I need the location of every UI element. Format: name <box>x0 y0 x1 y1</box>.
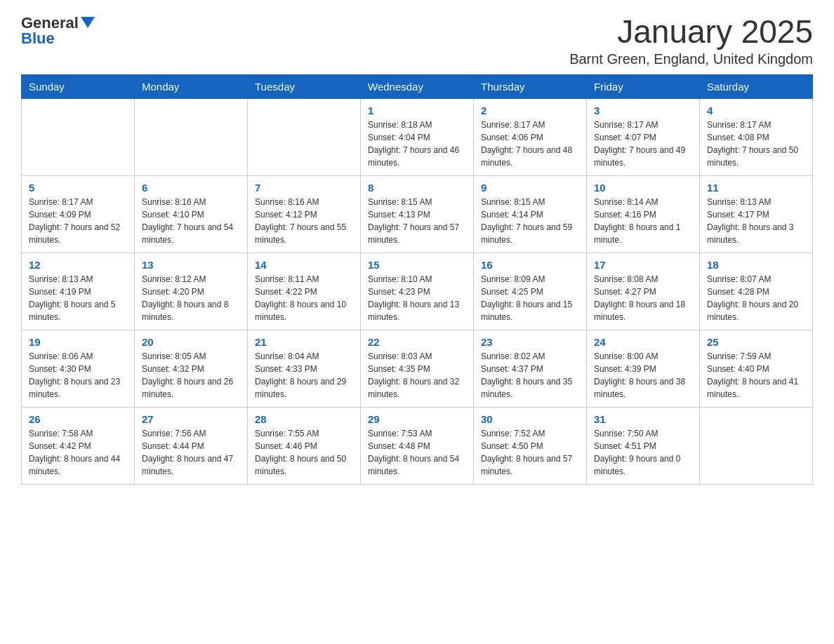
day-info: Sunrise: 8:15 AM Sunset: 4:13 PM Dayligh… <box>368 196 466 246</box>
calendar-cell: 27Sunrise: 7:56 AM Sunset: 4:44 PM Dayli… <box>135 407 248 484</box>
calendar-cell: 23Sunrise: 8:02 AM Sunset: 4:37 PM Dayli… <box>474 330 587 407</box>
calendar-cell: 28Sunrise: 7:55 AM Sunset: 4:46 PM Dayli… <box>248 407 361 484</box>
day-number: 26 <box>29 413 127 425</box>
day-info: Sunrise: 8:17 AM Sunset: 4:07 PM Dayligh… <box>594 119 692 169</box>
day-number: 30 <box>481 413 579 425</box>
day-number: 8 <box>368 182 466 194</box>
day-info: Sunrise: 8:10 AM Sunset: 4:23 PM Dayligh… <box>368 273 466 323</box>
day-number: 7 <box>255 182 353 194</box>
calendar-cell: 19Sunrise: 8:06 AM Sunset: 4:30 PM Dayli… <box>22 330 135 407</box>
col-thursday: Thursday <box>474 74 587 98</box>
day-number: 3 <box>594 105 692 116</box>
day-info: Sunrise: 8:03 AM Sunset: 4:35 PM Dayligh… <box>368 350 466 401</box>
day-number: 18 <box>707 259 805 271</box>
calendar-cell <box>700 407 813 484</box>
calendar-cell: 6Sunrise: 8:16 AM Sunset: 4:10 PM Daylig… <box>135 175 248 253</box>
calendar-cell: 21Sunrise: 8:04 AM Sunset: 4:33 PM Dayli… <box>248 330 361 407</box>
day-number: 10 <box>594 182 692 194</box>
calendar-cell: 16Sunrise: 8:09 AM Sunset: 4:25 PM Dayli… <box>474 253 587 330</box>
day-info: Sunrise: 8:17 AM Sunset: 4:08 PM Dayligh… <box>707 119 805 169</box>
calendar-cell: 30Sunrise: 7:52 AM Sunset: 4:50 PM Dayli… <box>474 407 587 484</box>
page-header: General Blue January 2025 Barnt Green, E… <box>21 14 813 67</box>
calendar-cell: 2Sunrise: 8:17 AM Sunset: 4:06 PM Daylig… <box>474 98 587 175</box>
col-monday: Monday <box>135 74 248 98</box>
calendar-cell: 22Sunrise: 8:03 AM Sunset: 4:35 PM Dayli… <box>361 330 474 407</box>
svg-marker-0 <box>81 17 95 28</box>
calendar-week-row: 1Sunrise: 8:18 AM Sunset: 4:04 PM Daylig… <box>22 98 813 175</box>
day-info: Sunrise: 8:14 AM Sunset: 4:16 PM Dayligh… <box>594 196 692 246</box>
calendar-cell: 12Sunrise: 8:13 AM Sunset: 4:19 PM Dayli… <box>22 253 135 330</box>
calendar-cell: 24Sunrise: 8:00 AM Sunset: 4:39 PM Dayli… <box>587 330 700 407</box>
day-info: Sunrise: 8:17 AM Sunset: 4:06 PM Dayligh… <box>481 119 579 169</box>
calendar-cell: 1Sunrise: 8:18 AM Sunset: 4:04 PM Daylig… <box>361 98 474 175</box>
calendar-cell: 9Sunrise: 8:15 AM Sunset: 4:14 PM Daylig… <box>474 175 587 253</box>
calendar-cell <box>248 98 361 175</box>
title-area: January 2025 Barnt Green, England, Unite… <box>569 14 813 67</box>
calendar-cell: 18Sunrise: 8:07 AM Sunset: 4:28 PM Dayli… <box>700 253 813 330</box>
day-number: 11 <box>707 182 805 194</box>
logo: General Blue <box>21 14 95 48</box>
col-tuesday: Tuesday <box>248 74 361 98</box>
day-info: Sunrise: 8:16 AM Sunset: 4:10 PM Dayligh… <box>142 196 240 246</box>
day-number: 21 <box>255 336 353 348</box>
logo-triangle-icon <box>81 17 95 28</box>
day-info: Sunrise: 8:09 AM Sunset: 4:25 PM Dayligh… <box>481 273 579 323</box>
day-info: Sunrise: 8:17 AM Sunset: 4:09 PM Dayligh… <box>29 196 127 246</box>
calendar-cell: 17Sunrise: 8:08 AM Sunset: 4:27 PM Dayli… <box>587 253 700 330</box>
day-number: 9 <box>481 182 579 194</box>
day-number: 1 <box>368 105 466 116</box>
day-number: 16 <box>481 259 579 271</box>
day-info: Sunrise: 7:58 AM Sunset: 4:42 PM Dayligh… <box>29 427 127 478</box>
day-info: Sunrise: 7:52 AM Sunset: 4:50 PM Dayligh… <box>481 427 579 478</box>
day-info: Sunrise: 8:11 AM Sunset: 4:22 PM Dayligh… <box>255 273 353 323</box>
day-number: 13 <box>142 259 240 271</box>
day-number: 5 <box>29 182 127 194</box>
col-sunday: Sunday <box>22 74 135 98</box>
calendar-cell <box>135 98 248 175</box>
day-info: Sunrise: 8:15 AM Sunset: 4:14 PM Dayligh… <box>481 196 579 246</box>
day-info: Sunrise: 8:05 AM Sunset: 4:32 PM Dayligh… <box>142 350 240 401</box>
calendar-header-row: Sunday Monday Tuesday Wednesday Thursday… <box>22 74 813 98</box>
day-info: Sunrise: 8:08 AM Sunset: 4:27 PM Dayligh… <box>594 273 692 323</box>
calendar-cell: 4Sunrise: 8:17 AM Sunset: 4:08 PM Daylig… <box>700 98 813 175</box>
calendar-cell: 14Sunrise: 8:11 AM Sunset: 4:22 PM Dayli… <box>248 253 361 330</box>
day-number: 24 <box>594 336 692 348</box>
calendar-week-row: 19Sunrise: 8:06 AM Sunset: 4:30 PM Dayli… <box>22 330 813 407</box>
day-number: 27 <box>142 413 240 425</box>
day-info: Sunrise: 7:55 AM Sunset: 4:46 PM Dayligh… <box>255 427 353 478</box>
day-info: Sunrise: 7:50 AM Sunset: 4:51 PM Dayligh… <box>594 427 692 478</box>
month-title: January 2025 <box>569 14 813 50</box>
col-wednesday: Wednesday <box>361 74 474 98</box>
day-info: Sunrise: 7:56 AM Sunset: 4:44 PM Dayligh… <box>142 427 240 478</box>
calendar-cell: 7Sunrise: 8:16 AM Sunset: 4:12 PM Daylig… <box>248 175 361 253</box>
day-number: 6 <box>142 182 240 194</box>
calendar-week-row: 12Sunrise: 8:13 AM Sunset: 4:19 PM Dayli… <box>22 253 813 330</box>
day-number: 2 <box>481 105 579 116</box>
calendar-cell: 31Sunrise: 7:50 AM Sunset: 4:51 PM Dayli… <box>587 407 700 484</box>
day-number: 4 <box>707 105 805 116</box>
calendar-cell: 20Sunrise: 8:05 AM Sunset: 4:32 PM Dayli… <box>135 330 248 407</box>
calendar-cell: 13Sunrise: 8:12 AM Sunset: 4:20 PM Dayli… <box>135 253 248 330</box>
day-info: Sunrise: 8:18 AM Sunset: 4:04 PM Dayligh… <box>368 119 466 169</box>
day-number: 15 <box>368 259 466 271</box>
calendar-cell: 29Sunrise: 7:53 AM Sunset: 4:48 PM Dayli… <box>361 407 474 484</box>
calendar-cell: 25Sunrise: 7:59 AM Sunset: 4:40 PM Dayli… <box>700 330 813 407</box>
day-info: Sunrise: 8:13 AM Sunset: 4:19 PM Dayligh… <box>29 273 127 323</box>
day-number: 29 <box>368 413 466 425</box>
calendar-cell: 26Sunrise: 7:58 AM Sunset: 4:42 PM Dayli… <box>22 407 135 484</box>
day-number: 22 <box>368 336 466 348</box>
day-info: Sunrise: 8:12 AM Sunset: 4:20 PM Dayligh… <box>142 273 240 323</box>
day-info: Sunrise: 8:16 AM Sunset: 4:12 PM Dayligh… <box>255 196 353 246</box>
day-number: 31 <box>594 413 692 425</box>
calendar-cell: 10Sunrise: 8:14 AM Sunset: 4:16 PM Dayli… <box>587 175 700 253</box>
location: Barnt Green, England, United Kingdom <box>569 51 813 67</box>
day-number: 20 <box>142 336 240 348</box>
day-info: Sunrise: 8:07 AM Sunset: 4:28 PM Dayligh… <box>707 273 805 323</box>
day-number: 28 <box>255 413 353 425</box>
day-info: Sunrise: 8:02 AM Sunset: 4:37 PM Dayligh… <box>481 350 579 401</box>
day-info: Sunrise: 8:13 AM Sunset: 4:17 PM Dayligh… <box>707 196 805 246</box>
calendar-cell <box>22 98 135 175</box>
day-number: 14 <box>255 259 353 271</box>
day-number: 23 <box>481 336 579 348</box>
day-info: Sunrise: 8:00 AM Sunset: 4:39 PM Dayligh… <box>594 350 692 401</box>
